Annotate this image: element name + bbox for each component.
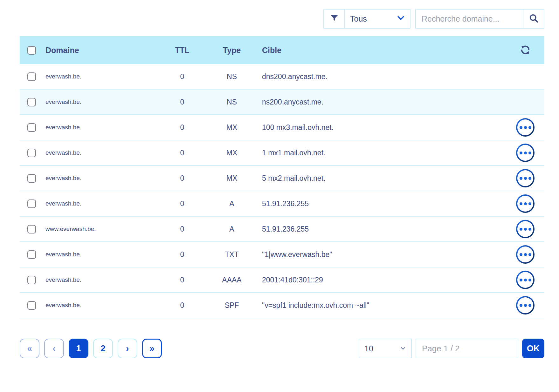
row-checkbox[interactable] — [27, 199, 36, 208]
dns-zone-page: Tous — [0, 0, 559, 358]
pagination-bar: « ‹ 12 › » 10 OK — [20, 339, 544, 358]
ok-button[interactable]: OK — [522, 339, 544, 358]
row-checkbox-cell — [20, 250, 42, 259]
ellipsis-icon — [517, 297, 533, 313]
dns-records-table: Domaine TTL Type Cible — [20, 36, 544, 318]
magnifier-icon — [529, 13, 539, 24]
refresh-icon — [520, 45, 530, 56]
row-actions-button[interactable] — [516, 144, 535, 162]
cell-domain: everwash.be. — [42, 98, 147, 105]
row-checkbox[interactable] — [27, 250, 36, 259]
cell-domain: everwash.be. — [42, 276, 147, 283]
cell-type: AAAA — [217, 276, 246, 284]
table-header: Domaine TTL Type Cible — [20, 36, 544, 64]
row-actions-button[interactable] — [516, 271, 535, 289]
row-checkbox-cell — [20, 72, 42, 81]
cell-ttl: 0 — [147, 72, 217, 81]
cell-domain: everwash.be. — [42, 200, 147, 207]
search-button[interactable] — [523, 10, 544, 28]
cell-ttl: 0 — [147, 149, 217, 157]
page-button-1[interactable]: 1 — [69, 339, 88, 358]
row-checkbox-cell — [20, 225, 42, 233]
ellipsis-icon — [517, 145, 533, 161]
previous-page-button[interactable]: ‹ — [44, 339, 64, 358]
row-checkbox-cell — [20, 301, 42, 310]
cell-target: 1 mx1.mail.ovh.net. — [246, 149, 506, 157]
table-row: everwash.be. 0 AAAA 2001:41d0:301::29 — [20, 267, 544, 293]
page-indicator-input[interactable] — [416, 339, 518, 358]
column-header-ttl: TTL — [147, 46, 217, 55]
last-page-button[interactable]: » — [142, 339, 162, 358]
cell-domain: everwash.be. — [42, 251, 147, 258]
cell-type: NS — [217, 98, 246, 106]
cell-domain: everwash.be. — [42, 175, 147, 182]
cell-type: A — [217, 225, 246, 233]
row-checkbox[interactable] — [27, 225, 36, 233]
table-row: everwash.be. 0 MX 100 mx3.mail.ovh.net. — [20, 115, 544, 140]
row-actions-button[interactable] — [516, 118, 535, 137]
table-body: everwash.be. 0 NS dns200.anycast.me. eve… — [20, 64, 544, 318]
row-checkbox-cell — [20, 199, 42, 208]
filter-type-select[interactable]: Tous — [345, 10, 410, 28]
cell-target: 51.91.236.255 — [246, 225, 506, 233]
page-controls: 10 OK — [359, 339, 544, 358]
cell-ttl: 0 — [147, 98, 217, 106]
cell-type: A — [217, 199, 246, 208]
cell-type: MX — [217, 149, 246, 157]
row-checkbox-cell — [20, 98, 42, 106]
page-button-2[interactable]: 2 — [93, 339, 113, 358]
filter-select-value: Tous — [350, 14, 367, 24]
funnel-icon — [330, 14, 339, 24]
search-input[interactable] — [416, 10, 523, 28]
row-checkbox[interactable] — [27, 98, 36, 106]
row-actions-button[interactable] — [516, 169, 535, 187]
row-checkbox[interactable] — [27, 276, 36, 284]
table-row: everwash.be. 0 SPF "v=spf1 include:mx.ov… — [20, 293, 544, 318]
row-checkbox[interactable] — [27, 149, 36, 157]
chevron-down-icon — [397, 14, 405, 24]
row-actions-button[interactable] — [516, 245, 535, 264]
page-size-select[interactable]: 10 — [359, 339, 412, 358]
table-row: everwash.be. 0 MX 1 mx1.mail.ovh.net. — [20, 140, 544, 166]
table-row: everwash.be. 0 TXT "1|www.everwash.be" — [20, 242, 544, 267]
column-header-type: Type — [217, 46, 246, 55]
header-checkbox-cell — [20, 46, 42, 55]
cell-domain: everwash.be. — [42, 302, 147, 309]
column-header-target: Cible — [246, 46, 506, 55]
ellipsis-icon — [517, 221, 533, 237]
row-checkbox[interactable] — [27, 72, 36, 81]
header-action-cell — [506, 45, 544, 56]
row-checkbox[interactable] — [27, 123, 36, 132]
row-actions-button[interactable] — [516, 194, 535, 213]
cell-ttl: 0 — [147, 174, 217, 183]
row-actions-button[interactable] — [516, 296, 535, 314]
row-checkbox[interactable] — [27, 301, 36, 310]
filter-group: Tous — [323, 9, 411, 29]
table-row: everwash.be. 0 NS ns200.anycast.me. — [20, 90, 544, 115]
filter-button[interactable] — [324, 10, 345, 28]
row-action-cell — [506, 169, 544, 187]
ellipsis-icon — [517, 247, 533, 262]
first-page-button[interactable]: « — [20, 339, 39, 358]
next-page-button[interactable]: › — [118, 339, 137, 358]
cell-domain: everwash.be. — [42, 73, 147, 80]
search-group — [415, 9, 544, 29]
cell-ttl: 0 — [147, 199, 217, 208]
cell-target: 100 mx3.mail.ovh.net. — [246, 123, 506, 132]
table-row: everwash.be. 0 NS dns200.anycast.me. — [20, 64, 544, 90]
row-action-cell — [506, 271, 544, 289]
cell-target: 2001:41d0:301::29 — [246, 276, 506, 284]
cell-domain: www.everwash.be. — [42, 226, 147, 233]
page-size-value: 10 — [364, 344, 373, 353]
row-checkbox[interactable] — [27, 174, 36, 183]
cell-target: "v=spf1 include:mx.ovh.com ~all" — [246, 301, 506, 310]
cell-type: NS — [217, 72, 246, 81]
row-checkbox-cell — [20, 174, 42, 183]
ellipsis-icon — [517, 170, 533, 186]
select-all-checkbox[interactable] — [27, 46, 36, 55]
row-actions-button[interactable] — [516, 220, 535, 238]
cell-type: MX — [217, 123, 246, 132]
ellipsis-icon — [517, 196, 533, 212]
cell-ttl: 0 — [147, 225, 217, 233]
refresh-button[interactable] — [520, 45, 530, 56]
